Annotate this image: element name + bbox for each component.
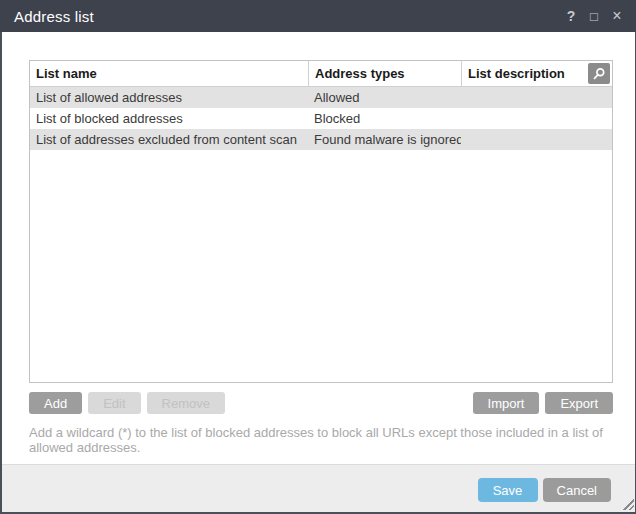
address-list-table: List name Address types List description… (29, 60, 613, 383)
help-icon[interactable]: ? (564, 9, 578, 23)
dialog-titlebar: Address list ? □ × (0, 0, 636, 32)
cell-list-description (461, 108, 612, 129)
export-button[interactable]: Export (545, 392, 613, 414)
search-icon (593, 67, 606, 80)
resize-grip[interactable] (623, 499, 634, 510)
column-header-list-name[interactable]: List name (30, 61, 308, 86)
dialog-title: Address list (14, 8, 94, 25)
edit-button[interactable]: Edit (88, 392, 140, 414)
cell-list-description (461, 87, 612, 108)
close-icon[interactable]: × (610, 8, 624, 24)
cell-address-type: Allowed (308, 87, 461, 108)
table-row[interactable]: List of allowed addresses Allowed (30, 87, 612, 108)
cell-list-name: List of addresses excluded from content … (30, 129, 308, 150)
action-bar-spacer (231, 392, 467, 414)
maximize-icon[interactable]: □ (587, 10, 601, 23)
dialog-footer: Save Cancel (2, 464, 635, 512)
cancel-button[interactable]: Cancel (543, 478, 611, 502)
cell-list-description (461, 129, 612, 150)
add-button[interactable]: Add (29, 392, 82, 414)
address-list-dialog: Address list ? □ × List name Address typ… (0, 0, 636, 514)
import-button[interactable]: Import (473, 392, 540, 414)
table-action-bar: Add Edit Remove Import Export (29, 392, 613, 414)
wildcard-hint-text: Add a wildcard (*) to the list of blocke… (29, 425, 613, 455)
remove-button[interactable]: Remove (147, 392, 225, 414)
window-controls: ? □ × (564, 8, 624, 24)
cell-list-name: List of blocked addresses (30, 108, 308, 129)
table-row[interactable]: List of blocked addresses Blocked (30, 108, 612, 129)
table-row[interactable]: List of addresses excluded from content … (30, 129, 612, 150)
search-button[interactable] (588, 63, 610, 84)
cell-list-name: List of allowed addresses (30, 87, 308, 108)
column-header-address-types[interactable]: Address types (308, 61, 461, 86)
cell-address-type: Found malware is ignored (308, 129, 461, 150)
cell-address-type: Blocked (308, 108, 461, 129)
save-button[interactable]: Save (478, 478, 538, 502)
table-header-row: List name Address types List description (30, 61, 612, 87)
